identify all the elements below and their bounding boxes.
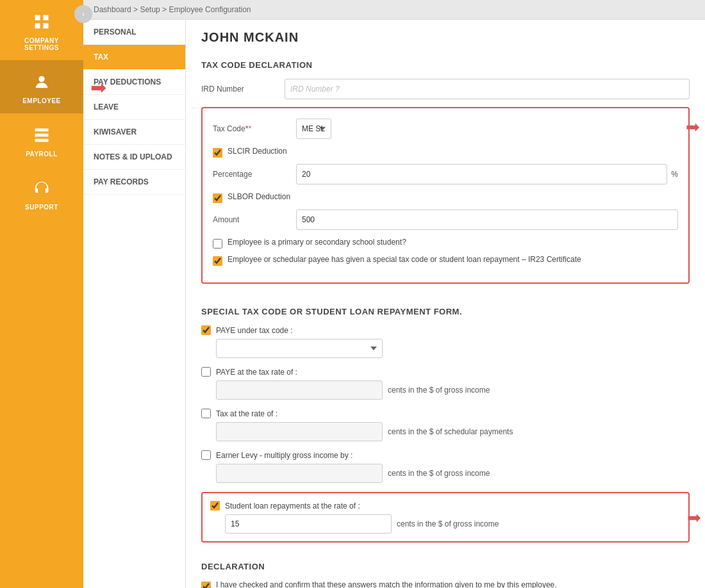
tax-rate-checkbox[interactable]: [201, 409, 211, 418]
paye-rate-suffix: cents in the $ of gross income: [388, 386, 490, 395]
subnav-pay-deductions[interactable]: PAY DEDUCTIONS: [83, 70, 185, 95]
main-area: Dashboard > Setup > Employee Configurati…: [83, 0, 705, 588]
subnav-notes-id[interactable]: NOTES & ID UPLOAD: [83, 145, 185, 170]
student-loan-checkbox[interactable]: [210, 501, 220, 510]
svg-rect-3: [43, 23, 48, 28]
student-loan-input[interactable]: [225, 514, 392, 534]
amount-input[interactable]: [296, 209, 678, 230]
paye-rate-input[interactable]: [216, 380, 383, 400]
page-content: JOHN MCKAIN TAX CODE DECLARATION IRD Num…: [186, 20, 705, 588]
sidebar-toggle[interactable]: ‹: [74, 5, 92, 23]
paye-under-select[interactable]: [216, 339, 383, 358]
table-icon: [29, 122, 54, 148]
earner-levy-row: Earner Levy - multiply gross income by :…: [201, 450, 690, 483]
svg-rect-6: [35, 134, 49, 137]
primary-secondary-label: Employee is a primary or secondary schoo…: [228, 238, 406, 247]
svg-rect-0: [35, 15, 40, 20]
student-loan-header: Student loan repayments at the rate of :: [210, 501, 681, 510]
ir23-checkbox[interactable]: [213, 256, 222, 266]
tax-code-label: Tax Code*: [213, 124, 296, 133]
sidebar-item-employee[interactable]: EMPLOYEE ➡: [0, 60, 83, 113]
student-loan-highlighted: ➡ Student loan repayments at the rate of…: [201, 492, 690, 543]
sidebar-item-support[interactable]: SUPPORT: [0, 167, 83, 220]
paye-rate-row: PAYE at the tax rate of : cents in the $…: [201, 367, 690, 400]
special-title: SPECIAL TAX CODE OR STUDENT LOAN REPAYME…: [201, 307, 690, 316]
slcir-label: SLCIR Deduction: [228, 147, 287, 156]
tax-rate-header: Tax at the rate of :: [201, 409, 690, 418]
primary-secondary-checkbox[interactable]: [213, 239, 222, 249]
subnav-tax[interactable]: TAX: [83, 45, 185, 70]
tax-rate-row: Tax at the rate of : cents in the $ of s…: [201, 409, 690, 441]
tax-rate-label: Tax at the rate of :: [216, 409, 278, 418]
earner-levy-header: Earner Levy - multiply gross income by :: [201, 450, 690, 460]
sidebar-item-label-company: COMPANY SETTINGS: [6, 37, 77, 51]
student-loan-suffix: cents in the $ of gross income: [397, 519, 499, 528]
sidebar: ‹ COMPANY SETTINGS EMPLOYEE ➡ PAYROLL SU…: [0, 0, 83, 588]
paye-under-checkbox[interactable]: [201, 325, 211, 335]
tax-code-highlighted-box: ➡ Tax Code* ME SL M ME SL SB SH: [201, 107, 690, 284]
svg-point-4: [38, 76, 44, 82]
paye-rate-checkbox[interactable]: [201, 367, 211, 377]
percentage-input[interactable]: [296, 164, 667, 184]
sidebar-item-label-employee: EMPLOYEE: [22, 97, 61, 104]
tax-rate-input-line: cents in the $ of schedular payments: [201, 422, 690, 441]
earner-levy-suffix: cents in the $ of gross income: [388, 469, 490, 478]
paye-under-label: PAYE under tax code :: [216, 326, 293, 335]
slcir-checkbox[interactable]: [213, 148, 222, 158]
tax-code-select-wrapper: ME SL M ME SL SB SH ST S: [296, 118, 678, 139]
sidebar-item-label-payroll: PAYROLL: [26, 151, 58, 158]
slbor-label: SLBOR Deduction: [228, 192, 290, 201]
grid-icon: [29, 9, 54, 35]
subnav-leave[interactable]: LEAVE: [83, 95, 185, 120]
sidebar-item-label-support: SUPPORT: [25, 204, 58, 211]
subnav-personal[interactable]: PERSONAL: [83, 20, 185, 45]
subnav-pay-records[interactable]: PAY RECORDS: [83, 170, 185, 195]
amount-row: Amount: [213, 209, 678, 230]
svg-rect-1: [43, 15, 48, 20]
declaration-title: DECLARATION: [201, 562, 690, 571]
student-loan-input-line: cents in the $ of gross income: [210, 514, 681, 534]
special-tax-section: SPECIAL TAX CODE OR STUDENT LOAN REPAYME…: [186, 307, 705, 562]
percentage-row: Percentage %: [213, 164, 678, 184]
subnav-kiwisaver[interactable]: KIWISAVER: [83, 120, 185, 145]
slbor-checkbox[interactable]: [213, 193, 222, 203]
paye-rate-label: PAYE at the tax rate of :: [216, 368, 297, 377]
breadcrumb: Dashboard > Setup > Employee Configurati…: [83, 0, 705, 20]
page-title: JOHN MCKAIN: [186, 20, 705, 50]
student-loan-arrow: ➡: [687, 507, 701, 527]
declaration-section: DECLARATION I have checked and confirm t…: [186, 562, 705, 588]
content-area: PERSONAL TAX PAY DEDUCTIONS LEAVE KIWISA…: [83, 20, 705, 588]
percent-suffix: %: [671, 170, 678, 179]
declaration-checkbox[interactable]: [201, 582, 211, 588]
ird-number-input[interactable]: [285, 79, 690, 99]
earner-levy-input-line: cents in the $ of gross income: [201, 464, 690, 483]
tax-code-select[interactable]: ME SL M ME SL SB SH ST S: [296, 118, 331, 139]
paye-rate-input-line: cents in the $ of gross income: [201, 380, 690, 400]
tax-code-title: TAX CODE DECLARATION: [201, 60, 690, 70]
ir23-label: Employee or schedular payee has given a …: [228, 255, 581, 264]
tax-rate-input[interactable]: [216, 422, 383, 441]
person-icon: [29, 69, 54, 95]
percentage-label: Percentage: [213, 170, 296, 179]
sidebar-item-payroll[interactable]: PAYROLL: [0, 113, 83, 167]
paye-under-row: PAYE under tax code :: [201, 325, 690, 358]
earner-levy-input[interactable]: [216, 464, 383, 483]
primary-secondary-row: Employee is a primary or secondary schoo…: [213, 238, 678, 249]
svg-rect-2: [35, 23, 40, 28]
sidebar-item-company-settings[interactable]: COMPANY SETTINGS: [0, 0, 83, 60]
declaration-row: I have checked and confirm that these an…: [201, 580, 690, 588]
tax-code-row: Tax Code* ME SL M ME SL SB SH ST S: [213, 118, 678, 139]
slbor-row: SLBOR Deduction: [213, 192, 678, 203]
svg-rect-5: [35, 129, 49, 132]
ir23-row: Employee or schedular payee has given a …: [213, 255, 678, 266]
sub-nav: PERSONAL TAX PAY DEDUCTIONS LEAVE KIWISA…: [83, 20, 186, 588]
paye-under-header: PAYE under tax code :: [201, 325, 690, 335]
paye-rate-header: PAYE at the tax rate of :: [201, 367, 690, 377]
slcir-row: SLCIR Deduction: [213, 147, 678, 158]
tax-rate-suffix: cents in the $ of schedular payments: [388, 427, 513, 436]
ird-number-label: IRD Number: [201, 85, 285, 94]
tax-code-arrow: ➡: [686, 117, 700, 137]
paye-under-select-wrapper: [201, 339, 690, 358]
earner-levy-checkbox[interactable]: [201, 450, 211, 460]
headset-icon: [29, 176, 54, 201]
